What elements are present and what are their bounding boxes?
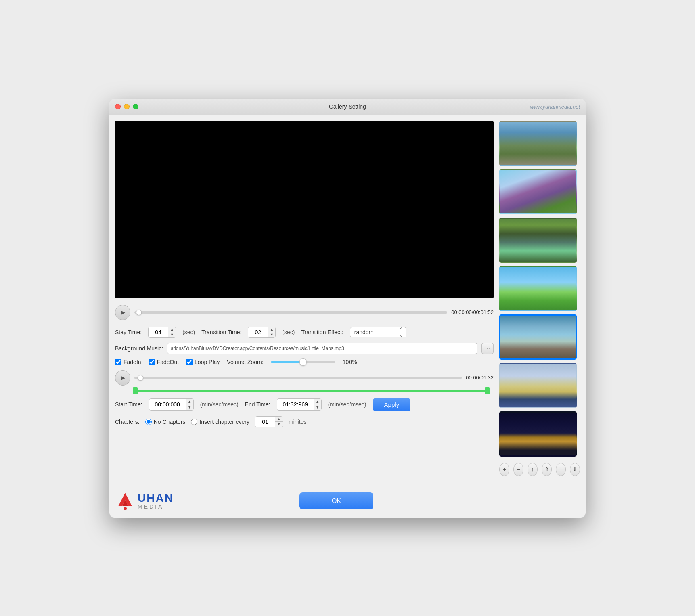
end-time-down[interactable]: ▼ — [314, 404, 321, 410]
music-browse-button[interactable]: ··· — [481, 343, 494, 354]
chapter-interval-input[interactable] — [255, 417, 275, 427]
loopplay-label: Loop Play — [195, 359, 220, 365]
window-title: Gallery Setting — [329, 103, 366, 110]
video-player-controls: 00:00:00/00:01:52 — [115, 303, 494, 322]
range-handle-left[interactable] — [133, 387, 138, 394]
audio-options-row: FadeIn FadeOut Loop Play Volume Zoom: 10… — [115, 359, 494, 365]
maximize-button[interactable] — [133, 104, 138, 109]
minimize-button[interactable] — [124, 104, 130, 109]
stay-time-up[interactable]: ▲ — [168, 327, 176, 332]
thumbnail-remove-button[interactable]: − — [513, 463, 523, 476]
music-path-display: ations/YuhanBlurayDVDCreator.app/Content… — [167, 343, 477, 354]
thumbnail-1[interactable] — [499, 121, 577, 166]
transition-time-down[interactable]: ▼ — [268, 332, 275, 337]
chapter-interval-up[interactable]: ▲ — [275, 417, 283, 422]
music-progress-area: 00:00/01:32 — [115, 370, 494, 386]
fadeout-checkbox-label[interactable]: FadeOut — [149, 359, 179, 365]
transition-time-input-wrapper: ▲ ▼ — [248, 327, 276, 338]
video-play-button[interactable] — [115, 305, 130, 320]
range-handle-right[interactable] — [485, 387, 490, 394]
stay-time-unit: (sec) — [182, 329, 195, 335]
thumbnail-image-3 — [500, 219, 576, 262]
music-play-button[interactable] — [115, 370, 130, 386]
video-preview — [115, 121, 494, 298]
loopplay-checkbox[interactable] — [186, 359, 193, 365]
music-progress-thumb[interactable] — [138, 375, 143, 381]
thumbnail-7[interactable] — [499, 411, 577, 457]
music-green-range[interactable] — [133, 390, 490, 392]
logo-area: UHAN MEDIA — [115, 491, 174, 511]
chapters-label: Chapters: — [115, 419, 140, 425]
transition-effect-wrapper: random fade slide left slide right zoom … — [350, 327, 406, 337]
thumbnail-add-button[interactable]: + — [499, 463, 509, 476]
transition-time-input[interactable] — [248, 327, 268, 337]
thumbnail-image-7 — [500, 413, 576, 455]
fadein-checkbox-label[interactable]: FadeIn — [115, 359, 141, 365]
logo-uhan: UHAN — [138, 492, 174, 504]
watermark-text: www.yuhanmedia.net — [530, 104, 580, 110]
start-time-unit: (min/sec/msec) — [200, 401, 239, 408]
no-chapters-radio[interactable] — [145, 419, 152, 425]
music-progress-bar[interactable] — [134, 377, 462, 379]
chapter-interval-down[interactable]: ▼ — [275, 422, 283, 427]
transition-time-up[interactable]: ▲ — [268, 327, 275, 332]
stay-time-down[interactable]: ▼ — [168, 332, 176, 337]
thumbnail-move-up-button[interactable]: ↑ — [528, 463, 538, 476]
stay-time-input-wrapper: ▲ ▼ — [148, 327, 176, 338]
music-time-display: 00:00/01:32 — [466, 375, 494, 381]
stay-time-spinners: ▲ ▼ — [168, 327, 176, 337]
thumbnail-move-bottom-button[interactable]: ⇓ — [570, 463, 580, 476]
end-time-input-wrapper: ▲ ▼ — [277, 398, 322, 411]
end-time-spinners: ▲ ▼ — [314, 399, 321, 410]
thumbnail-6[interactable] — [499, 363, 577, 408]
transition-time-unit: (sec) — [282, 329, 295, 335]
fadein-label: FadeIn — [124, 359, 141, 365]
thumbnail-image-1 — [500, 122, 576, 165]
svg-point-2 — [124, 507, 127, 510]
end-time-up[interactable]: ▲ — [314, 399, 321, 404]
volume-slider-container — [271, 361, 335, 363]
thumbnail-2[interactable] — [499, 169, 577, 214]
transition-time-spinners: ▲ ▼ — [268, 327, 275, 337]
close-button[interactable] — [115, 104, 121, 109]
volume-slider[interactable] — [271, 361, 335, 363]
thumbnail-image-5 — [500, 316, 576, 358]
thumbnail-move-down-button[interactable]: ↓ — [556, 463, 566, 476]
thumbnail-5[interactable] — [499, 314, 577, 360]
no-chapters-radio-label[interactable]: No Chapters — [145, 419, 186, 425]
music-row: Background Music: ations/YuhanBlurayDVDC… — [115, 343, 494, 354]
thumbnail-move-top-button[interactable]: ⇑ — [542, 463, 552, 476]
logo-text: UHAN MEDIA — [138, 492, 174, 509]
thumbnail-image-2 — [500, 170, 576, 213]
apply-button[interactable]: Apply — [373, 398, 411, 411]
no-chapters-label: No Chapters — [154, 419, 186, 425]
traffic-lights — [115, 104, 138, 109]
thumbnail-3[interactable] — [499, 218, 577, 263]
volume-display: 100% — [343, 359, 357, 365]
video-progress-bar[interactable] — [134, 311, 447, 314]
chapters-row: Chapters: No Chapters Insert chapter eve… — [115, 416, 494, 427]
video-time-display: 00:00:00/00:01:52 — [451, 309, 494, 315]
end-time-input[interactable] — [277, 399, 314, 410]
fadeout-checkbox[interactable] — [149, 359, 155, 365]
transition-effect-select[interactable]: random fade slide left slide right zoom … — [350, 327, 406, 337]
start-time-input[interactable] — [149, 399, 186, 410]
loopplay-checkbox-label[interactable]: Loop Play — [186, 359, 220, 365]
fadeout-label: FadeOut — [157, 359, 179, 365]
start-time-down[interactable]: ▼ — [186, 404, 193, 410]
insert-chapter-radio-label[interactable]: Insert chapter every — [191, 419, 249, 425]
thumbnail-controls: + − ↑ ⇑ ↓ ⇓ — [499, 460, 580, 479]
insert-chapter-radio[interactable] — [191, 419, 197, 425]
start-time-up[interactable]: ▲ — [186, 399, 193, 404]
thumbnail-4[interactable] — [499, 266, 577, 311]
video-progress-thumb[interactable] — [136, 310, 142, 315]
start-time-input-wrapper: ▲ ▼ — [149, 398, 194, 411]
fadein-checkbox[interactable] — [115, 359, 121, 365]
left-panel: 00:00:00/00:01:52 Stay Time: ▲ ▼ (sec) T… — [115, 121, 494, 479]
main-content: 00:00:00/00:01:52 Stay Time: ▲ ▼ (sec) T… — [109, 115, 586, 485]
volume-label: Volume Zoom: — [227, 359, 263, 365]
logo-icon — [115, 491, 135, 511]
ok-button[interactable]: OK — [299, 492, 373, 509]
time-settings-row: Stay Time: ▲ ▼ (sec) Transition Time: ▲ … — [115, 327, 494, 338]
stay-time-input[interactable] — [149, 327, 168, 337]
